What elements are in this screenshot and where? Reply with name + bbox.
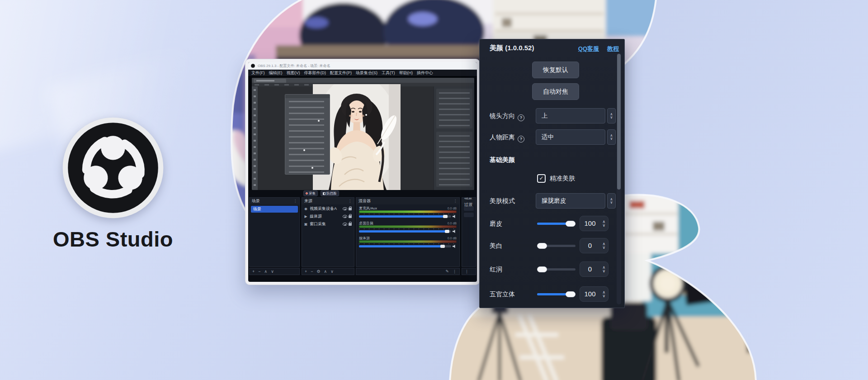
smoothing-label: 磨皮: [490, 216, 502, 231]
step-down-icon[interactable]: ∨: [602, 269, 605, 273]
move-scene-down-button[interactable]: ∨: [271, 269, 274, 274]
source-properties-button[interactable]: ⚙: [317, 269, 321, 274]
visibility-eye-icon[interactable]: [343, 207, 347, 210]
source-row[interactable]: ▶ 媒体源: [303, 213, 353, 220]
slider-handle[interactable]: [566, 291, 576, 297]
preview-chip-face-guard[interactable]: 防挡脸: [321, 190, 339, 196]
dock-menu-icon[interactable]: ⋮: [293, 198, 297, 204]
add-scene-button[interactable]: +: [252, 269, 255, 274]
volume-slider[interactable]: [359, 230, 451, 233]
obs-logo-icon: [61, 115, 165, 220]
move-source-up-button[interactable]: ∧: [324, 269, 327, 274]
whitening-value: 0: [580, 238, 600, 253]
obs-logo-lockup: OBS Studio: [18, 115, 208, 252]
camera-direction-select[interactable]: 上: [536, 108, 605, 124]
visibility-eye-icon[interactable]: [343, 223, 347, 226]
menu-item-file[interactable]: 文件(F): [251, 70, 265, 76]
camera-direction-spinner[interactable]: ∧ ∨: [607, 108, 616, 124]
transitions-dock-title: 场景过渡: [464, 197, 473, 208]
slider-handle[interactable]: [537, 266, 547, 272]
move-scene-up-button[interactable]: ∧: [264, 269, 268, 274]
obs-wordmark: OBS Studio: [18, 227, 208, 252]
scrollbar-thumb[interactable]: [617, 54, 621, 190]
menu-item-tools[interactable]: 工具(T): [382, 70, 395, 76]
visibility-eye-icon[interactable]: [343, 215, 347, 218]
slider-handle[interactable]: [537, 243, 547, 249]
precise-skin-label: 精准美肤: [550, 174, 575, 183]
precise-skin-checkbox[interactable]: ✓: [537, 174, 546, 183]
source-row[interactable]: ▣ 窗口采集: [303, 221, 353, 228]
auto-focus-button[interactable]: 自动对焦: [532, 83, 579, 100]
remove-source-button[interactable]: −: [311, 269, 313, 274]
skin-mode-select[interactable]: 朦胧磨皮: [536, 193, 605, 209]
sources-toolbar: + − ⚙ ∧ ∨: [302, 268, 354, 275]
scenes-toolbar: + − ∧ ∨: [249, 268, 300, 275]
slider-handle[interactable]: [566, 221, 576, 227]
rosy-spinbox[interactable]: 0 ∧∨: [580, 261, 609, 277]
speaker-icon[interactable]: [453, 244, 457, 248]
scene-item-selected[interactable]: 场景: [251, 206, 298, 213]
mixer-edit-button[interactable]: ✎: [445, 269, 449, 274]
menu-item-profile[interactable]: 配置文件(P): [330, 70, 352, 76]
source-row[interactable]: ◉ 视频采集设备A: [303, 205, 353, 212]
speaker-icon[interactable]: [453, 214, 457, 218]
qq-support-link[interactable]: QQ客服: [578, 45, 599, 53]
mixer-db-value: 0.0 dB: [448, 237, 457, 240]
media-source-icon: ▶: [303, 214, 308, 218]
lock-icon[interactable]: [349, 208, 352, 210]
person-distance-select[interactable]: 适中: [536, 129, 605, 145]
precise-skin-row: ✓ 精准美肤: [480, 174, 616, 183]
whitening-slider[interactable]: [537, 245, 576, 247]
speaker-icon[interactable]: [453, 229, 457, 233]
step-down-icon[interactable]: ∨: [602, 223, 605, 227]
window-half-icon: [323, 192, 326, 195]
help-icon[interactable]: ?: [518, 136, 524, 142]
restore-default-button[interactable]: 恢复默认: [532, 62, 579, 78]
ps-toggle-dot: [311, 167, 313, 169]
rosy-slider-row: 红润 0 ∧∨: [480, 261, 616, 277]
move-source-down-button[interactable]: ∨: [330, 269, 334, 274]
face-3d-slider[interactable]: [537, 293, 576, 295]
skin-mode-spinner[interactable]: ∧ ∨: [607, 193, 616, 209]
panel-scrollbar[interactable]: [617, 53, 621, 304]
preview-chip-capture[interactable]: 采集: [303, 190, 318, 196]
face-3d-spinbox[interactable]: 100 ∧∨: [580, 286, 609, 302]
remove-scene-button[interactable]: −: [258, 269, 260, 274]
lock-icon[interactable]: [349, 223, 352, 226]
lock-icon[interactable]: [349, 215, 352, 218]
menu-item-edit[interactable]: 编辑(E): [269, 70, 283, 76]
menu-item-help[interactable]: 帮助(H): [399, 70, 413, 76]
smoothing-slider-row: 磨皮 100 ∧∨: [480, 216, 616, 231]
step-down-icon[interactable]: ∨: [602, 294, 605, 298]
record-dot-icon: [306, 192, 308, 195]
help-icon[interactable]: ?: [518, 114, 524, 121]
window-capture-icon: ▣: [303, 222, 308, 226]
dock-menu-icon[interactable]: ⋮: [348, 198, 352, 204]
volume-slider[interactable]: [359, 245, 451, 247]
volume-slider[interactable]: [359, 215, 451, 218]
rosy-slider[interactable]: [537, 268, 576, 271]
page-canvas: OBS Studio OBS 29.1.3 - 配置文件: 未命名 - 场景: …: [0, 0, 868, 380]
audio-meter: [359, 240, 457, 243]
audio-meter: [359, 225, 457, 228]
camera-source-icon: ◉: [303, 207, 308, 211]
menu-item-scene-collection[interactable]: 场景集合(S): [356, 70, 377, 76]
sources-dock-title: 来源: [304, 198, 312, 204]
menu-item-view[interactable]: 视图(V): [287, 70, 300, 76]
smoothing-slider[interactable]: [537, 223, 576, 225]
face-3d-value: 100: [580, 287, 600, 301]
step-down-icon[interactable]: ∨: [602, 246, 605, 249]
tutorial-link[interactable]: 教程: [607, 45, 619, 53]
transitions-more-button[interactable]: ⋮: [465, 269, 469, 274]
smoothing-spinbox[interactable]: 100 ∧∨: [580, 216, 609, 231]
person-distance-label: 人物距离?: [490, 129, 524, 145]
menu-item-docks[interactable]: 停靠部件(D): [304, 70, 326, 76]
transition-buttons[interactable]: [464, 213, 474, 217]
whitening-spinbox[interactable]: 0 ∧∨: [580, 238, 609, 253]
menu-item-plugin-center[interactable]: 插件中心: [417, 70, 433, 76]
skin-mode-label: 美肤模式: [490, 193, 515, 209]
mixer-more-button[interactable]: ⋮: [453, 269, 457, 274]
person-distance-spinner[interactable]: ∧ ∨: [607, 129, 616, 145]
dock-menu-icon[interactable]: ⋮: [453, 198, 457, 204]
add-source-button[interactable]: +: [305, 269, 307, 274]
